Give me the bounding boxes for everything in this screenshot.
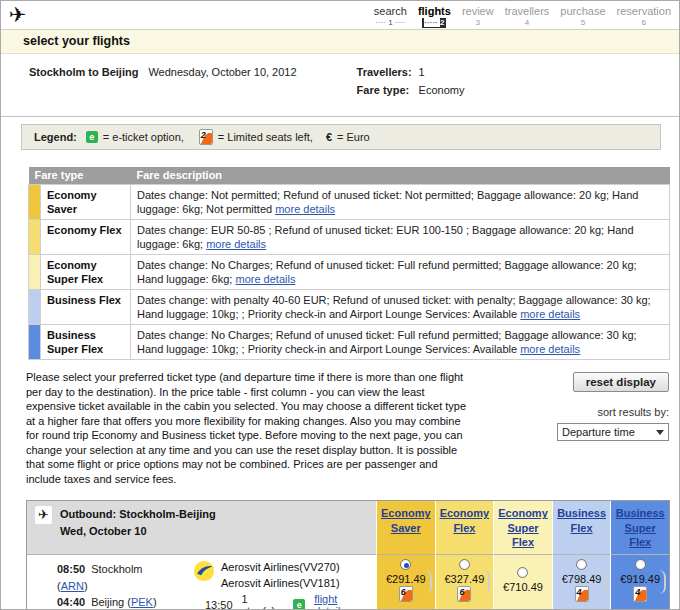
step-number: 1 <box>375 18 405 28</box>
fare-color-swatch <box>29 184 41 219</box>
euro-legend-text: = Euro <box>337 131 370 143</box>
fare-description-text: Dates change: No Charges; Refund of unus… <box>137 259 637 285</box>
column-header-business-super-flex: Business Super Flex <box>610 501 669 555</box>
fare-color-swatch <box>29 325 41 360</box>
fare-description-column-header: Fare description <box>131 167 670 184</box>
seats-count: 4 <box>577 587 582 597</box>
fare-description: Dates change: EUR 50-85 ; Refund of unus… <box>131 219 670 254</box>
business-flex-link[interactable]: Business Flex <box>555 506 609 535</box>
booking-page: ✈ search 1 flights 2 review 3 travellers… <box>0 0 680 610</box>
arrival-airport-link[interactable]: PEK <box>131 596 153 608</box>
airline-info: Aerosvit Airlines(VV270) Aerosvit Airlin… <box>177 555 376 610</box>
instructions-section: Please select your preferred ticket type… <box>26 370 669 486</box>
sort-dropdown[interactable]: Departure time <box>557 423 669 441</box>
step-number: 3 <box>476 18 480 28</box>
trip-info: Stockholm to Beijing Wednesday, October … <box>1 54 679 117</box>
fare-type-table: Fare type Fare description Economy Saver… <box>28 167 670 360</box>
step-review: review 3 <box>462 5 494 28</box>
departure-airport-link[interactable]: ARN <box>61 580 84 592</box>
page-title: select your flights <box>1 29 679 54</box>
table-row: Business Flex Dates change: with penalty… <box>29 289 670 324</box>
column-header-economy-super-flex: Economy Super Flex <box>493 501 552 555</box>
seats-legend-text: = Limited seats left, <box>218 131 313 143</box>
step-label: purchase <box>560 5 605 17</box>
flight-duration: 13:50 <box>205 599 233 610</box>
eticket-legend-text: = e-ticket option, <box>103 131 184 143</box>
seats-count: 6 <box>459 587 464 597</box>
step-label: reservation <box>617 5 671 17</box>
step-number: 6 <box>642 18 646 28</box>
fare-name: Economy Flex <box>41 219 131 254</box>
fare-name: Business Super Flex <box>41 325 131 360</box>
euro-symbol: € <box>326 131 332 143</box>
curve-decoration <box>425 570 432 594</box>
fare-radio-economy-saver[interactable] <box>400 559 411 570</box>
outbound-date: Wed, October 10 <box>60 523 216 540</box>
instructions-text: Please select your preferred ticket type… <box>26 370 468 486</box>
seats-count: 6 <box>401 587 406 597</box>
trip-route: Stockholm to Beijing <box>29 66 138 102</box>
outbound-header: ✈ Outbound: Stockholm-Beijing Wed, Octob… <box>27 501 376 555</box>
business-super-flex-link[interactable]: Business Super Flex <box>613 506 667 549</box>
fare-radio-business-super-flex[interactable] <box>635 559 646 570</box>
airline-flight-2: Aerosvit Airlines(VV181) <box>221 576 340 591</box>
limited-seats-icon: 4 <box>633 586 647 602</box>
limited-seats-icon: 2 <box>199 129 213 145</box>
more-details-link[interactable]: more details <box>275 203 335 215</box>
fare-type-column-header: Fare type <box>29 167 131 184</box>
column-header-economy-flex: Economy Flex <box>435 501 494 555</box>
arrival-city: Beijing <box>91 596 124 608</box>
step-search[interactable]: search 1 <box>374 5 407 28</box>
price-cell-business-flex: €798.49 4 <box>552 555 611 610</box>
price-cell-economy-saver: €291.49 6 <box>376 555 435 610</box>
economy-flex-link[interactable]: Economy Flex <box>438 506 492 535</box>
flight-details-link[interactable]: flight details <box>314 593 372 610</box>
fare-radio-business-flex[interactable] <box>576 559 587 570</box>
fare-price: €710.49 <box>494 581 552 593</box>
aerosvit-logo-icon <box>193 560 215 591</box>
fare-name: Economy Saver <box>41 184 131 219</box>
more-details-link[interactable]: more details <box>520 343 580 355</box>
more-details-link[interactable]: more details <box>235 273 295 285</box>
fare-name: Economy Super Flex <box>41 254 131 289</box>
fare-name: Business Flex <box>41 289 131 324</box>
column-header-economy-saver: Economy Saver <box>376 501 435 555</box>
economy-super-flex-link[interactable]: Economy Super Flex <box>496 506 550 549</box>
flight-table-header: ✈ Outbound: Stockholm-Beijing Wed, Octob… <box>27 501 669 555</box>
economy-saver-link[interactable]: Economy Saver <box>379 506 433 535</box>
fare-color-swatch <box>29 289 41 324</box>
departure-city: Stockholm <box>91 563 142 575</box>
chevron-down-icon <box>656 430 664 435</box>
top-navigation: ✈ search 1 flights 2 review 3 travellers… <box>1 1 679 29</box>
more-details-link[interactable]: more details <box>520 308 580 320</box>
fare-type-label: Fare type: <box>357 84 419 96</box>
step-label: search <box>374 5 407 17</box>
seats-count: 2 <box>201 130 206 140</box>
step-label: flights <box>418 5 451 17</box>
fare-type-value: Economy <box>419 84 465 96</box>
outbound-title: Outbound: Stockholm-Beijing <box>60 506 216 523</box>
table-row: Economy Flex Dates change: EUR 50-85 ; R… <box>29 219 670 254</box>
fare-radio-economy-super-flex[interactable] <box>517 567 528 578</box>
fare-description: Dates change: with penalty 40-60 EUR; Re… <box>131 289 670 324</box>
curve-decoration <box>483 570 490 594</box>
step-number: 2 <box>422 18 446 28</box>
airline-plane-icon: ✈ <box>9 3 27 27</box>
outbound-plane-icon: ✈ <box>35 506 52 524</box>
fare-color-swatch <box>29 254 41 289</box>
column-header-business-flex: Business Flex <box>552 501 611 555</box>
step-flights[interactable]: flights 2 <box>418 5 451 28</box>
departure-time: 08:50 <box>57 563 85 575</box>
fare-radio-economy-flex[interactable] <box>459 559 470 570</box>
step-label: travellers <box>505 5 550 17</box>
sort-results-label: sort results by: <box>597 406 669 418</box>
price-cell-economy-flex: €327.49 6 <box>435 555 494 610</box>
more-details-link[interactable]: more details <box>206 238 266 250</box>
flight-times: 08:50Stockholm (ARN) 04:40Beijing (PEK) … <box>27 555 177 610</box>
trip-meta: Travellers: 1 Fare type: Economy <box>357 66 465 102</box>
legend-bar: Legend: e = e-ticket option, 2 = Limited… <box>21 124 661 150</box>
fare-description: Dates change: Not permitted; Refund of u… <box>131 184 670 219</box>
limited-seats-icon: 6 <box>399 586 413 602</box>
reset-display-button[interactable]: reset display <box>573 372 669 392</box>
legend-label: Legend: <box>34 131 77 143</box>
